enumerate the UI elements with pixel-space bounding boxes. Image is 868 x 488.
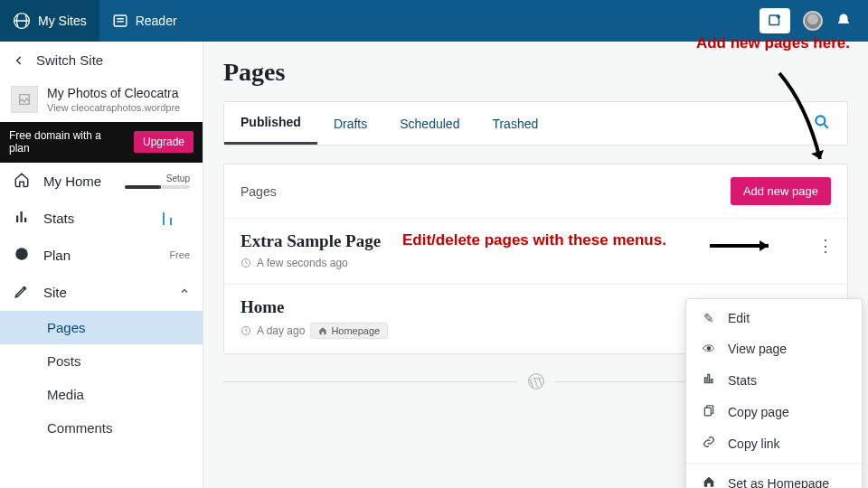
clock-icon xyxy=(241,325,251,336)
reader-label: Reader xyxy=(136,14,177,28)
reader-icon xyxy=(112,13,128,29)
nav-plan[interactable]: Plan Free xyxy=(0,237,203,274)
tab-trashed[interactable]: Trashed xyxy=(476,104,554,144)
homepage-chip: Homepage xyxy=(310,323,388,339)
ctx-edit[interactable]: ✎Edit xyxy=(686,303,862,333)
nav-site[interactable]: Site xyxy=(0,274,203,311)
sidebar-item-posts[interactable]: Posts xyxy=(0,344,203,378)
stats-icon xyxy=(701,372,717,388)
stats-sparkline xyxy=(136,209,190,227)
home-icon xyxy=(318,326,327,335)
topbar-right xyxy=(760,8,868,33)
switch-site-label: Switch Site xyxy=(36,52,103,68)
svg-rect-7 xyxy=(21,211,23,222)
tab-drafts[interactable]: Drafts xyxy=(317,104,383,144)
ctx-stats[interactable]: Stats xyxy=(686,364,862,396)
list-header: Pages Add new page xyxy=(224,164,847,219)
copy-icon xyxy=(701,404,717,419)
topbar-left: My Sites Reader xyxy=(0,0,190,42)
tab-scheduled[interactable]: Scheduled xyxy=(383,104,476,144)
home-icon xyxy=(13,172,31,191)
search-button[interactable] xyxy=(797,113,847,135)
reader-button[interactable]: Reader xyxy=(99,0,190,42)
site-info: My Photos of Cleocatra View cleocatrapho… xyxy=(47,86,180,113)
page-row[interactable]: Extra Sample Page A few seconds ago ⋮ xyxy=(224,219,847,285)
site-url: View cleocatraphotos.wordpre xyxy=(47,102,180,113)
page-row-meta: A few seconds ago xyxy=(241,257,831,269)
link-icon xyxy=(701,436,717,451)
compose-icon xyxy=(767,13,783,29)
ctx-copy-page[interactable]: Copy page xyxy=(686,396,862,427)
svg-point-9 xyxy=(15,248,28,260)
promo-bar: Free domain with a plan Upgrade xyxy=(0,122,203,163)
wordpress-icon xyxy=(13,12,31,30)
chevron-up-icon xyxy=(179,286,190,298)
eye-icon: 👁 xyxy=(701,342,717,356)
sidebar-item-comments[interactable]: Comments xyxy=(0,411,203,445)
top-bar: My Sites Reader xyxy=(0,0,868,42)
upgrade-button[interactable]: Upgrade xyxy=(134,131,193,153)
svg-rect-6 xyxy=(16,215,18,222)
site-thumbnail xyxy=(11,86,38,113)
search-icon xyxy=(813,113,831,131)
add-new-page-button[interactable]: Add new page xyxy=(731,177,831,205)
svg-rect-16 xyxy=(711,380,712,383)
svg-rect-14 xyxy=(704,378,706,383)
page-title: Pages xyxy=(223,58,848,87)
nav-plan-label: Plan xyxy=(43,248,71,263)
plan-tier: Free xyxy=(169,249,190,260)
svg-point-10 xyxy=(816,116,825,125)
ctx-view[interactable]: 👁View page xyxy=(686,333,862,364)
nav-site-label: Site xyxy=(43,285,67,300)
ctx-copy-link[interactable]: Copy link xyxy=(686,427,862,459)
site-info-row[interactable]: My Photos of Cleocatra View cleocatrapho… xyxy=(0,80,203,122)
pencil-icon xyxy=(13,283,31,302)
setup-progress: Setup xyxy=(125,174,190,189)
stats-icon xyxy=(13,209,31,228)
page-row-menu-button[interactable]: ⋮ xyxy=(815,235,836,257)
my-sites-button[interactable]: My Sites xyxy=(0,0,99,42)
plan-icon xyxy=(13,246,31,265)
site-submenu: Pages Posts Media Comments xyxy=(0,311,203,445)
tab-published[interactable]: Published xyxy=(224,102,317,145)
list-label: Pages xyxy=(241,184,277,199)
context-menu: ✎Edit 👁View page Stats Copy page Copy li… xyxy=(685,298,863,488)
chevron-left-icon xyxy=(13,54,25,67)
home-icon xyxy=(701,475,717,488)
sidebar-item-media[interactable]: Media xyxy=(0,378,203,411)
nav-my-home-label: My Home xyxy=(43,174,101,189)
pencil-icon: ✎ xyxy=(701,311,717,325)
compose-button[interactable] xyxy=(760,8,790,33)
wordpress-icon xyxy=(527,372,545,390)
svg-rect-8 xyxy=(24,218,26,222)
nav-stats[interactable]: Stats xyxy=(0,200,203,237)
site-title: My Photos of Cleocatra xyxy=(47,86,180,100)
main-content: Pages Published Drafts Scheduled Trashed… xyxy=(203,42,868,488)
nav-stats-label: Stats xyxy=(43,211,74,226)
ctx-set-homepage[interactable]: Set as Homepage xyxy=(686,467,862,488)
sidebar: Switch Site My Photos of Cleocatra View … xyxy=(0,42,203,488)
page-row-title: Extra Sample Page xyxy=(241,231,831,251)
switch-site-button[interactable]: Switch Site xyxy=(0,42,203,80)
svg-rect-15 xyxy=(708,374,710,382)
tabs: Published Drafts Scheduled Trashed xyxy=(223,101,848,145)
my-sites-label: My Sites xyxy=(38,14,87,28)
promo-text: Free domain with a plan xyxy=(9,129,108,155)
nav-my-home[interactable]: My Home Setup xyxy=(0,163,203,200)
sidebar-item-pages[interactable]: Pages xyxy=(0,311,203,344)
bell-icon[interactable] xyxy=(835,13,852,29)
clock-icon xyxy=(241,258,251,268)
svg-rect-18 xyxy=(704,408,711,416)
avatar[interactable] xyxy=(803,11,823,31)
